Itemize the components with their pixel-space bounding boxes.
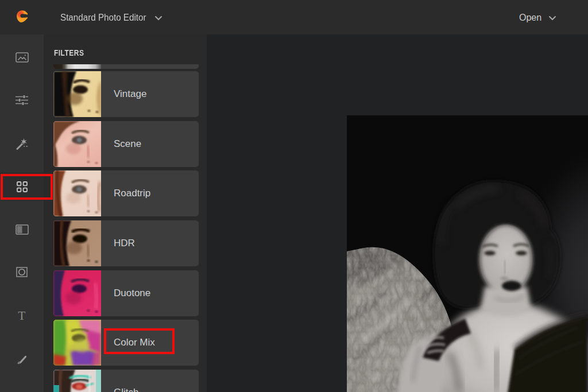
svg-text:T: T	[18, 310, 26, 321]
